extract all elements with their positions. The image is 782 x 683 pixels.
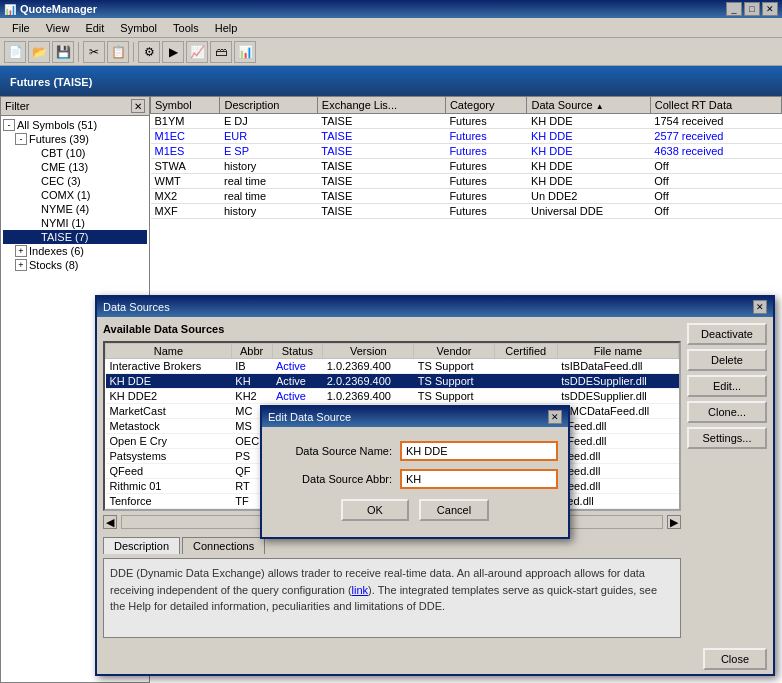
tree-item-futures[interactable]: - Futures (39) <box>3 132 147 146</box>
col-datasource[interactable]: Data Source ▲ <box>527 97 650 114</box>
ds-vendor: TS Support <box>414 359 494 374</box>
tree-item-stocks[interactable]: + Stocks (8) <box>3 258 147 272</box>
tree-item-indexes[interactable]: + Indexes (6) <box>3 244 147 258</box>
menu-view[interactable]: View <box>38 20 78 36</box>
menu-tools[interactable]: Tools <box>165 20 207 36</box>
title-bar-controls: _ □ ✕ <box>726 2 778 16</box>
menu-edit[interactable]: Edit <box>77 20 112 36</box>
toolbar-chart[interactable]: 📈 <box>186 41 208 63</box>
table-row[interactable]: MXF history TAISE Futures Universal DDE … <box>151 204 782 219</box>
cell-exchange: TAISE <box>317 204 445 219</box>
toolbar-open[interactable]: 📂 <box>28 41 50 63</box>
ds-status: Active <box>272 374 323 389</box>
toolbar-new[interactable]: 📄 <box>4 41 26 63</box>
ds-filename: tsIBDataFeed.dll <box>557 359 678 374</box>
cell-category: Futures <box>445 189 527 204</box>
tree-item-taise[interactable]: TAISE (7) <box>3 230 147 244</box>
tree-item-comx[interactable]: COMX (1) <box>3 188 147 202</box>
edit-ok-button[interactable]: OK <box>341 499 409 521</box>
table-row[interactable]: M1EC EUR TAISE Futures KH DDE 2577 recei… <box>151 129 782 144</box>
toolbar-data[interactable]: 🗃 <box>210 41 232 63</box>
col-symbol[interactable]: Symbol <box>151 97 220 114</box>
edit-cancel-button[interactable]: Cancel <box>419 499 489 521</box>
cell-symbol: B1YM <box>151 114 220 129</box>
toolbar-report[interactable]: 📊 <box>234 41 256 63</box>
edit-form: Data Source Name: Data Source Abbr: OK C… <box>262 427 568 537</box>
tree-expand-stocks[interactable]: + <box>15 259 27 271</box>
deactivate-button[interactable]: Deactivate <box>687 323 767 345</box>
tree-item-nyme[interactable]: NYME (4) <box>3 202 147 216</box>
cell-category: Futures <box>445 129 527 144</box>
filter-close-button[interactable]: ✕ <box>131 99 145 113</box>
ds-col-filename[interactable]: File name <box>557 344 678 359</box>
tree-expand-futures[interactable]: - <box>15 133 27 145</box>
tree-item-all-symbols[interactable]: - All Symbols (51) <box>3 118 147 132</box>
minimize-button[interactable]: _ <box>726 2 742 16</box>
tree-item-cec[interactable]: CEC (3) <box>3 174 147 188</box>
edit-dialog-close-button[interactable]: ✕ <box>548 410 562 424</box>
col-description[interactable]: Description <box>220 97 317 114</box>
tree-item-cbt[interactable]: CBT (10) <box>3 146 147 160</box>
ds-status: Active <box>272 359 323 374</box>
maximize-button[interactable]: □ <box>744 2 760 16</box>
data-sources-close-button[interactable]: ✕ <box>753 300 767 314</box>
tree-expand-indexes[interactable]: + <box>15 245 27 257</box>
cell-collectrt: Off <box>650 174 781 189</box>
edit-abbr-input[interactable] <box>400 469 558 489</box>
tree-item-cme[interactable]: CME (13) <box>3 160 147 174</box>
menu-symbol[interactable]: Symbol <box>112 20 165 36</box>
toolbar-copy[interactable]: 📋 <box>107 41 129 63</box>
cell-collectrt: Off <box>650 189 781 204</box>
tree-label-indexes: Indexes (6) <box>29 245 84 257</box>
ds-abbr: IB <box>231 359 272 374</box>
tab-description[interactable]: Description <box>103 537 180 554</box>
menu-file[interactable]: File <box>4 20 38 36</box>
ds-name: KH DDE <box>106 374 232 389</box>
edit-button[interactable]: Edit... <box>687 375 767 397</box>
table-row[interactable]: B1YM E DJ TAISE Futures KH DDE 1754 rece… <box>151 114 782 129</box>
tree-expand-all[interactable]: - <box>3 119 15 131</box>
col-collectrt[interactable]: Collect RT Data <box>650 97 781 114</box>
col-exchange[interactable]: Exchange Lis... <box>317 97 445 114</box>
scroll-left-btn[interactable]: ◀ <box>103 515 117 529</box>
ds-row[interactable]: Interactive Brokers IB Active 1.0.2369.4… <box>106 359 679 374</box>
ds-col-version[interactable]: Version <box>323 344 414 359</box>
table-row[interactable]: M1ES E SP TAISE Futures KH DDE 4638 rece… <box>151 144 782 159</box>
ds-col-name[interactable]: Name <box>106 344 232 359</box>
ds-col-abbr[interactable]: Abbr <box>231 344 272 359</box>
clone-button[interactable]: Clone... <box>687 401 767 423</box>
ds-row[interactable]: KH DDE KH Active 2.0.2369.400 TS Support… <box>106 374 679 389</box>
cell-datasource: KH DDE <box>527 129 650 144</box>
cell-exchange: TAISE <box>317 159 445 174</box>
table-row[interactable]: MX2 real time TAISE Futures Un DDE2 Off <box>151 189 782 204</box>
available-sources-label: Available Data Sources <box>103 323 681 335</box>
ds-version: 1.0.2369.400 <box>323 389 414 404</box>
delete-button[interactable]: Delete <box>687 349 767 371</box>
col-category[interactable]: Category <box>445 97 527 114</box>
toolbar-run[interactable]: ▶ <box>162 41 184 63</box>
table-row[interactable]: WMT real time TAISE Futures KH DDE Off <box>151 174 782 189</box>
ds-row[interactable]: KH DDE2 KH2 Active 1.0.2369.400 TS Suppo… <box>106 389 679 404</box>
settings-button[interactable]: Settings... <box>687 427 767 449</box>
close-button-ds[interactable]: Close <box>703 648 767 670</box>
ds-name: KH DDE2 <box>106 389 232 404</box>
edit-name-input[interactable] <box>400 441 558 461</box>
ds-name: Metastock <box>106 419 232 434</box>
cell-collectrt: 4638 received <box>650 144 781 159</box>
description-link[interactable]: link <box>352 584 369 596</box>
ds-col-vendor[interactable]: Vendor <box>414 344 494 359</box>
cell-datasource: KH DDE <box>527 159 650 174</box>
toolbar-save[interactable]: 💾 <box>52 41 74 63</box>
toolbar-settings[interactable]: ⚙ <box>138 41 160 63</box>
scroll-right-btn[interactable]: ▶ <box>667 515 681 529</box>
tree-item-nymi[interactable]: NYMI (1) <box>3 216 147 230</box>
menu-help[interactable]: Help <box>207 20 246 36</box>
table-row[interactable]: STWA history TAISE Futures KH DDE Off <box>151 159 782 174</box>
ds-col-certified[interactable]: Certified <box>494 344 557 359</box>
cell-datasource: KH DDE <box>527 114 650 129</box>
ds-col-status[interactable]: Status <box>272 344 323 359</box>
close-button[interactable]: ✕ <box>762 2 778 16</box>
edit-dialog-buttons: OK Cancel <box>262 493 568 527</box>
toolbar-cut[interactable]: ✂ <box>83 41 105 63</box>
tab-connections[interactable]: Connections <box>182 537 265 554</box>
